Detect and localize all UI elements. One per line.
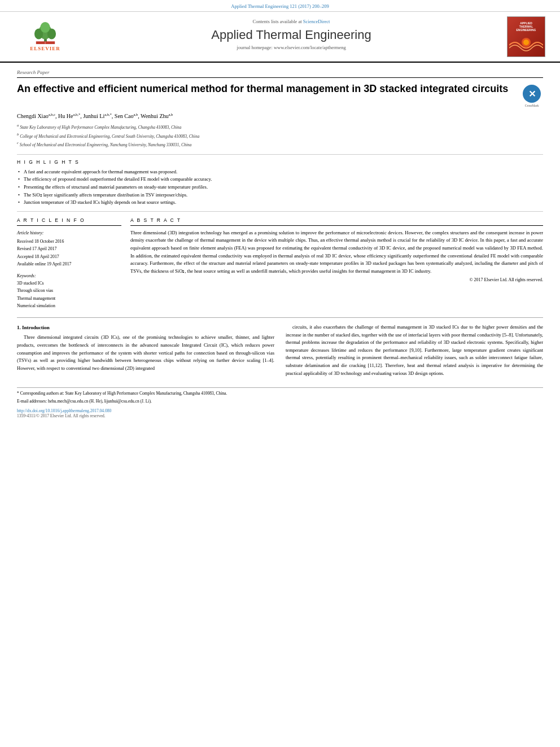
affiliations: a State Key Laboratory of High Performan… (17, 123, 543, 148)
divider-1 (17, 154, 543, 155)
available-date: Available online 19 April 2017 (17, 260, 121, 268)
highlight-item-2: The efficiency of proposed model outperf… (17, 176, 543, 184)
article-info-abstract-section: A R T I C L E I N F O Article history: R… (17, 217, 543, 309)
elsevier-tree-icon (30, 22, 61, 45)
highlights-section: H I G H L I G H T S A fast and accurate … (17, 159, 543, 207)
highlight-item-5: Junction temperature of 3D stacked ICs h… (17, 199, 543, 207)
journal-cover-thumbnail: APPLIEDTHERMALENGINEERING (507, 16, 545, 57)
article-info-heading: A R T I C L E I N F O (17, 217, 121, 223)
authors-line: Chengdi Xiaoa,b,c, Hu Hea,b,*, Junhui Li… (17, 112, 543, 120)
received-date: Received 18 October 2016 (17, 238, 121, 245)
affil-b: b College of Mechanical and Electronical… (17, 132, 543, 140)
keyword-2: Through silicon vias (17, 287, 121, 294)
author-1: Chengdi Xiaoa,b,c (17, 113, 55, 119)
svg-point-4 (40, 22, 50, 33)
body-section: 1. Introduction Three dimensional integr… (17, 317, 543, 418)
journal-header-center: Contents lists available at ScienceDirec… (79, 16, 504, 57)
paper-type-label: Research Paper (17, 69, 543, 75)
highlights-heading: H I G H L I G H T S (17, 159, 543, 165)
body-col-right: circuits, it also exacerbates the challe… (286, 324, 543, 381)
highlights-list: A fast and accurate equivalent approach … (17, 168, 543, 207)
svg-rect-5 (36, 41, 54, 44)
keywords-section: Keywords: 3D stacked ICs Through silicon… (17, 273, 121, 309)
highlight-item-3: Presenting the effects of structural and… (17, 184, 543, 191)
journal-citation-bar: Applied Thermal Engineering 121 (2017) 2… (0, 0, 560, 12)
crossmark-icon: ✕ (523, 85, 541, 103)
elsevier-logo: ELSEVIER (23, 20, 68, 54)
email-addresses: hehu.mech@csu.edu.cn (H. He), lijunhui@c… (48, 399, 152, 404)
abstract-paragraph: Three dimensional (3D) integration techn… (130, 229, 543, 276)
keyword-3: Thermal management (17, 295, 121, 302)
science-direct-text: Contents lists available at ScienceDirec… (90, 19, 492, 24)
section-1-title: 1. Introduction (17, 324, 274, 331)
article-title-section: An effective and efficient numerical met… (17, 77, 543, 107)
accepted-date: Accepted 18 April 2017 (17, 253, 121, 260)
science-direct-link[interactable]: ScienceDirect (303, 19, 330, 24)
doi-line[interactable]: http://dx.doi.org/10.1016/j.applthermale… (17, 408, 543, 413)
author-5: Wenhui Zhua,b (141, 113, 173, 119)
affil-a: a State Key Laboratory of High Performan… (17, 123, 543, 131)
article-history-title: Article history: (17, 229, 121, 237)
journal-header: ELSEVIER Contents lists available at Sci… (0, 12, 560, 63)
journal-cover-area: APPLIEDTHERMALENGINEERING (504, 16, 549, 57)
journal-citation-text: Applied Thermal Engineering 121 (2017) 2… (231, 3, 329, 9)
journal-cover-graphic (509, 34, 543, 54)
email-label: E-mail addresses: (17, 399, 47, 404)
author-4: Sen Caoa,b (115, 113, 138, 119)
footnote-area: * Corresponding authors at: State Key La… (17, 387, 543, 405)
corresponding-note: * Corresponding authors at: State Key La… (17, 390, 543, 397)
body-two-col: 1. Introduction Three dimensional integr… (17, 324, 543, 381)
journal-title: Applied Thermal Engineering (90, 28, 492, 42)
highlight-item-1: A fast and accurate equivalent approach … (17, 168, 543, 176)
journal-cover-title-text: APPLIEDTHERMALENGINEERING (515, 20, 537, 33)
crossmark-badge: ✕ CrossMark (520, 85, 543, 107)
email-line: E-mail addresses: hehu.mech@csu.edu.cn (… (17, 398, 543, 405)
keyword-1: 3D stacked ICs (17, 279, 121, 287)
affil-c: c School of Mechanical and Electronical … (17, 140, 543, 148)
abstract-text: Three dimensional (3D) integration techn… (130, 229, 543, 276)
divider-2 (17, 211, 543, 212)
elsevier-logo-area: ELSEVIER (11, 16, 79, 57)
abstract-heading: A B S T R A C T (130, 217, 543, 223)
main-content: Research Paper An effective and efficien… (0, 69, 560, 418)
elsevier-text: ELSEVIER (30, 46, 60, 51)
article-history: Article history: Received 18 October 201… (17, 229, 121, 268)
intro-paragraph-left: Three dimensional integrated circuits (3… (17, 334, 274, 372)
article-title: An effective and efficient numerical met… (17, 82, 515, 95)
keywords-list: 3D stacked ICs Through silicon vias Ther… (17, 279, 121, 309)
svg-point-8 (523, 40, 529, 45)
author-3: Junhui Lia,b,* (83, 113, 112, 119)
article-info-col: A R T I C L E I N F O Article history: R… (17, 217, 121, 309)
highlight-item-4: The SiO₂ layer significantly affects tem… (17, 191, 543, 199)
keyword-4: Numerical simulation (17, 302, 121, 309)
doi-link[interactable]: http://dx.doi.org/10.1016/j.applthermale… (17, 408, 111, 413)
author-2: Hu Hea,b,* (58, 113, 80, 119)
copyright-line: © 2017 Elsevier Ltd. All rights reserved… (130, 277, 543, 282)
abstract-divider (130, 225, 543, 226)
abstract-col: A B S T R A C T Three dimensional (3D) i… (130, 217, 543, 309)
keywords-title: Keywords: (17, 273, 121, 278)
revised-date: Revised 17 April 2017 (17, 245, 121, 252)
journal-homepage: journal homepage: www.elsevier.com/locat… (90, 45, 492, 50)
issn-line: 1359-4311/© 2017 Elsevier Ltd. All right… (17, 413, 543, 418)
intro-paragraph-right: circuits, it also exacerbates the challe… (286, 324, 543, 377)
body-col-left: 1. Introduction Three dimensional integr… (17, 324, 274, 381)
crossmark-label: CrossMark (525, 104, 539, 107)
article-info-divider (17, 225, 121, 226)
